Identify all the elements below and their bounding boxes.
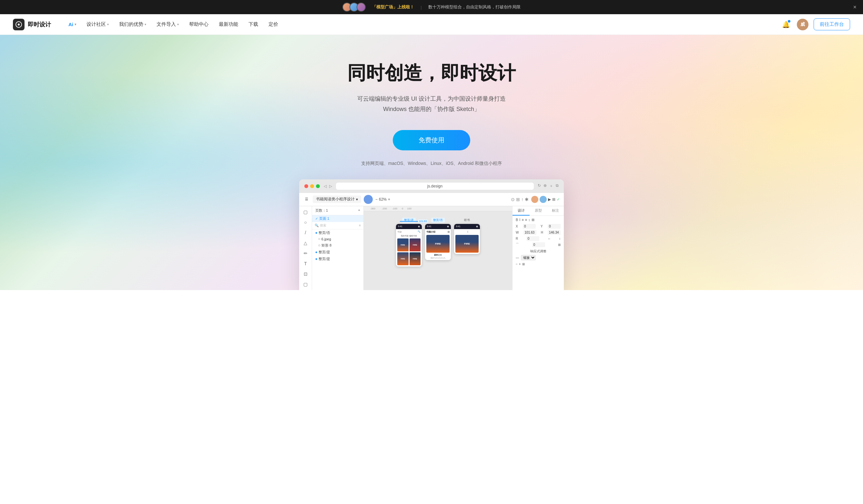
layer-item-0[interactable]: ◆ 整页/否	[312, 229, 363, 236]
tool-select[interactable]: ▢	[302, 209, 310, 215]
properties-section: B I ≡ ≡ ↕ ⊞ X Y W	[513, 216, 564, 268]
grid-minus[interactable]: −	[516, 262, 518, 266]
window-forward-icon[interactable]: ▷	[329, 184, 332, 188]
window-back-icon[interactable]: ◁	[324, 184, 327, 188]
format-grid[interactable]: ⊞	[531, 218, 535, 222]
layer-item-0-name: 整页/否	[318, 230, 330, 235]
settings-icon[interactable]: ✱	[525, 197, 529, 202]
phone-header-1: 9:41 ◉	[396, 224, 422, 229]
nav-item-ai[interactable]: Ai ▾	[64, 19, 81, 30]
share-toolbar-icon[interactable]: ⊞	[552, 197, 555, 202]
format-bold[interactable]: B	[516, 218, 518, 222]
goto-workspace-button[interactable]: 前往工作台	[814, 18, 850, 30]
phone-search-icon: 🔍	[417, 230, 421, 234]
layer-item-1[interactable]: □ 6.jpeg	[312, 236, 363, 242]
phone-header-2: 9:41 ◉	[425, 224, 451, 229]
layer-item-2[interactable]: □ 矩形 8	[312, 242, 363, 249]
flip-h-icon[interactable]: ↔	[547, 237, 551, 240]
tool-text[interactable]: T	[302, 261, 310, 267]
phone-time: 9:41	[398, 225, 402, 227]
window-dots	[304, 184, 320, 188]
h-label: H	[541, 231, 543, 234]
tool-circle[interactable]: ○	[302, 219, 310, 226]
filter-icon[interactable]: ≡	[359, 224, 361, 227]
nav-item-pricing[interactable]: 定价	[264, 19, 283, 30]
layer-page-1[interactable]: ✓ 页面 1	[312, 215, 363, 222]
panel-tab-annotation[interactable]: 标注	[547, 206, 564, 216]
phone-mockup-1: 9:41 ◉ 书架 🔍 我的书架 编辑书单	[396, 224, 422, 266]
x-input[interactable]	[523, 224, 536, 229]
nav-item-our-advantages[interactable]: 我们的优势 ▾	[115, 19, 151, 30]
tool-component[interactable]: ▢	[302, 281, 310, 288]
nav-item-file-import[interactable]: 文件导入 ▾	[152, 19, 183, 30]
tools-icon[interactable]: ⊙	[511, 197, 515, 202]
tool-line[interactable]: /	[302, 229, 310, 236]
url-bar[interactable]: js.design	[336, 182, 534, 190]
book-intro-label: 书籍介绍	[426, 230, 435, 234]
project-dropdown-icon[interactable]: ▾	[356, 197, 358, 202]
format-spacing[interactable]: ↕	[528, 218, 530, 222]
notification-button[interactable]: 🔔	[780, 19, 792, 30]
cta-button[interactable]: 免费使用	[393, 130, 470, 150]
close-button[interactable]: ×	[853, 4, 856, 11]
layers-panel: 页数：1 + ✓ 页面 1 🔍 搜索 ≡ ◆ 整页/否 □	[312, 206, 364, 290]
book-intro-header: 书籍介绍 ⊡	[426, 230, 450, 234]
layer-item-4[interactable]: ◆ 整页/是	[312, 255, 363, 262]
share-icon[interactable]: ⊕	[543, 183, 547, 189]
book-cover-text-4: FIRE	[410, 252, 421, 265]
grid-expand[interactable]: ⊞	[522, 262, 525, 266]
corner-input[interactable]	[532, 242, 545, 247]
layer-expand-icon-3: ◆	[315, 257, 317, 261]
avatar[interactable]: 威	[797, 19, 809, 30]
phone-body-2: 书籍介绍 ⊡ FIRE 森林之火 描述·九九九九九九九	[425, 229, 451, 260]
tool-pen[interactable]: ✏	[302, 250, 310, 256]
search-placeholder[interactable]: 搜索	[320, 223, 326, 228]
menu-button[interactable]: ☰	[303, 196, 310, 202]
h-input[interactable]	[548, 230, 561, 235]
copy-icon[interactable]: ⧉	[556, 183, 559, 189]
reload-icon[interactable]: ↻	[538, 183, 541, 189]
layer-item-3[interactable]: ◆ 整页/是	[312, 249, 363, 255]
book-intro-share: ⊡	[448, 231, 450, 233]
play-icon[interactable]: ▶	[548, 197, 551, 202]
hero-subtitle-line2: Windows 也能用的「协作版 Sketch」	[383, 106, 480, 112]
format-italic[interactable]: I	[519, 218, 520, 222]
export-icon[interactable]: ↑	[521, 197, 524, 202]
format-align-left[interactable]: ≡	[522, 218, 524, 222]
nav-label-file-import: 文件导入	[157, 21, 176, 27]
new-tab-icon[interactable]: ＋	[549, 183, 553, 189]
rotate-row: R ↔ ↕	[516, 236, 561, 241]
y-input[interactable]	[548, 224, 561, 229]
panel-tab-design[interactable]: 设计	[513, 206, 529, 216]
zoom-minus[interactable]: −	[375, 197, 378, 202]
nav-item-download[interactable]: 下载	[244, 19, 263, 30]
panel-tab-prototype[interactable]: 原型	[529, 206, 547, 216]
w-input[interactable]	[524, 230, 536, 235]
grid-plus[interactable]: +	[519, 262, 521, 266]
tool-image[interactable]: ⊡	[302, 271, 310, 277]
window-nav-controls: ◁ ▷	[324, 184, 332, 188]
flip-v-icon[interactable]: ↕	[559, 237, 561, 240]
nav-item-help-center[interactable]: 帮助中心	[185, 19, 213, 30]
w-label: W	[516, 231, 518, 234]
frame-icon[interactable]: ⊞	[516, 197, 520, 202]
responsive-scale-select[interactable]: 缩放	[521, 255, 536, 261]
nav-item-latest-features[interactable]: 最新功能	[214, 19, 243, 30]
logo-link[interactable]: 即时设计	[13, 19, 51, 30]
logo-icon	[13, 19, 25, 30]
project-name-label: 书籍阅读类小程序设计	[316, 197, 355, 202]
book-cover-title: FIRE	[435, 242, 441, 245]
rotate-input[interactable]	[526, 236, 539, 241]
nav-item-design-community[interactable]: 设计社区 ▾	[82, 19, 113, 30]
tool-triangle[interactable]: △	[302, 240, 310, 246]
zoom-plus[interactable]: +	[388, 197, 390, 202]
x-y-row: X Y	[516, 224, 561, 229]
app-body: ▢ ○ / △ ✏ T ⊡ ▢ 页数：1 + ✓ 页面 1	[299, 206, 564, 290]
avatar-3	[357, 3, 366, 12]
format-align-center[interactable]: ≡	[525, 218, 527, 222]
corner-expand[interactable]: ⊞	[558, 243, 561, 247]
chevron-down-icon: ▾	[145, 23, 146, 26]
add-page-icon[interactable]: +	[358, 208, 360, 213]
frame-label-1: 整页/是	[402, 218, 416, 223]
collab-avatar-1	[531, 196, 538, 203]
